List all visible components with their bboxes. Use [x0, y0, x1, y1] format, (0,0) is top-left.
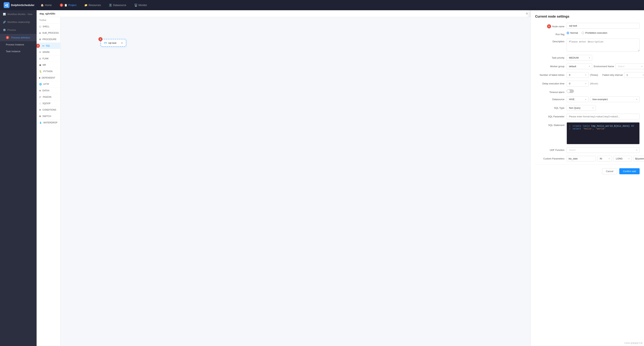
dependent-icon: ⧫	[39, 77, 40, 79]
nav-home[interactable]: 🏠 Home	[39, 3, 54, 8]
env-name-label: Environment Name	[594, 65, 614, 68]
tool-procedure[interactable]: ⊞ PROCEDURE	[36, 36, 60, 43]
nav-resources[interactable]: 📁 Resources	[82, 3, 103, 8]
tool-datax[interactable]: ⊕ DATAX	[36, 88, 60, 94]
delay-group: 0 ▾ (Minute)	[566, 81, 640, 86]
failed-retries-content: 0 ▾ (Times) Failed retry interval 1 ▾ (M…	[566, 72, 644, 78]
tool-pigeon[interactable]: 🕊 PIGEON	[36, 94, 60, 100]
waterdrop-icon: 💧	[39, 121, 42, 124]
sidebar-item-process-definition[interactable]: 2 Process definition	[0, 34, 36, 41]
run-flag-normal[interactable]: Normal	[566, 32, 578, 34]
panel-footer: Cancel Confirm add	[535, 164, 640, 174]
mr-icon: ▣	[39, 64, 41, 66]
tool-spark[interactable]: ✦ SPARK	[36, 49, 60, 56]
tool-mr[interactable]: ▣ MR	[36, 62, 60, 68]
datasource-type-value: HIVE	[569, 98, 574, 101]
ds-name-chevron: ▾	[636, 98, 637, 100]
sidebar: 📊 Workflow Monitor - hive- 🔗 Workflow re…	[0, 10, 36, 346]
dag-area: Toolbar ▢ SHELL ◈ SUB_PROCESS ⊞ PROCEDUR…	[36, 17, 530, 346]
conditions-icon: ⊗	[39, 109, 41, 111]
delay-select[interactable]: 0 ▾	[566, 81, 588, 86]
monitor-icon: 🖥️	[134, 4, 138, 7]
tool-subprocess[interactable]: ◈ SUB_PROCESS	[36, 30, 60, 36]
param-name-input[interactable]	[566, 156, 596, 161]
nav-datasource[interactable]: 🗄️ Datasource	[107, 3, 128, 8]
confirm-button[interactable]: Confirm add	[619, 168, 640, 174]
retries-chevron: ▾	[585, 74, 586, 76]
sql-param-input[interactable]	[566, 114, 640, 119]
sidebar-process[interactable]: ⚙️ Process	[0, 26, 36, 34]
worker-group-value: default	[569, 65, 576, 68]
tool-sql[interactable]: 3 🗃 SQL	[36, 43, 60, 49]
udf-content: Select ▾	[566, 147, 640, 153]
description-input[interactable]	[566, 39, 640, 52]
sidebar-item-task-instance[interactable]: Task Instance	[0, 48, 36, 55]
process-def-badge: 2	[6, 36, 9, 39]
tool-sqoop[interactable]: ◌ SQOOP	[36, 100, 60, 107]
task-priority-row: Task priority MEDIUM ▾	[535, 55, 640, 61]
timeout-alarm-label: Timeout alarm	[535, 89, 564, 94]
tool-switch[interactable]: ⊠ SWITCH	[36, 113, 60, 120]
python-icon: 🐍	[39, 70, 42, 73]
cancel-button[interactable]: Cancel	[602, 168, 617, 174]
param-dir-chevron: ▾	[609, 158, 610, 160]
sidebar-item-process-instance[interactable]: Process Instance	[0, 41, 36, 48]
pigeon-icon: 🕊	[39, 96, 41, 98]
shell-icon: ▢	[39, 25, 41, 28]
switch-icon: ⊠	[39, 115, 41, 118]
node-name-input[interactable]	[566, 23, 640, 29]
sidebar-workflow-monitor[interactable]: 📊 Workflow Monitor - hive-	[0, 10, 36, 18]
sidebar-workflow-relationship[interactable]: 🔗 Workflow relationship	[0, 18, 36, 26]
linenum-2: 2	[569, 127, 570, 130]
normal-radio[interactable]	[566, 32, 569, 34]
tool-conditions[interactable]: ⊗ CONDITIONS	[36, 107, 60, 113]
tool-waterdrop[interactable]: 💧 WATERDROP	[36, 120, 60, 126]
node-add-icon[interactable]: ⊕	[121, 42, 123, 44]
tool-dependent[interactable]: ⧫ DEPENDENT	[36, 75, 60, 81]
udf-chevron: ▾	[636, 149, 637, 151]
sql-statement-editor[interactable]: 1 create table tmp_hello_world_${biz_dat…	[566, 122, 640, 144]
sql-param-content	[566, 114, 640, 119]
sql-type-select[interactable]: Non Query ▾	[566, 105, 596, 111]
sql-tablename: tmp_hello_world_${biz_date}	[591, 125, 630, 127]
task-priority-select[interactable]: MEDIUM ▾	[566, 55, 592, 61]
canvas-area: 4 🗃 sql-task ⊕	[60, 17, 530, 346]
nav-project[interactable]: 1 📋 Project	[58, 3, 78, 8]
tool-http[interactable]: 🌐 HTTP	[36, 81, 60, 88]
worker-group-label: Worker group	[535, 64, 564, 68]
failed-interval-value: 1	[626, 74, 628, 76]
udf-select[interactable]: Select ▾	[566, 147, 640, 153]
sql-icon: 🗃	[42, 45, 44, 47]
failed-interval-select[interactable]: 1 ▾	[624, 72, 644, 78]
datasource-name-select[interactable]: hive-example1 ▾	[590, 97, 640, 102]
worker-group-chevron: ▾	[589, 65, 590, 67]
failed-retries-select[interactable]: 0 ▾	[566, 72, 588, 78]
sql-node[interactable]: 4 🗃 sql-task ⊕	[100, 39, 126, 47]
watermark: CSDN @装裱的子孙	[624, 342, 642, 344]
prohibition-radio[interactable]	[582, 32, 584, 34]
svg-rect-1	[6, 4, 8, 5]
app-title: DolphinScheduler	[11, 4, 34, 7]
copy-icon[interactable]: ⧉	[526, 12, 528, 15]
env-name-placeholder: Select	[618, 65, 624, 68]
sidebar-process-def-label: Process definition	[11, 36, 30, 39]
nav-monitor[interactable]: 🖥️ Monitor	[132, 3, 149, 8]
main-content: dag_rg2v420c ⧉ Toolbar ▢ SHELL ◈ SUB_PRO…	[36, 10, 530, 346]
sql-kw-as: AS	[630, 125, 634, 127]
worker-group-select[interactable]: default ▾	[566, 64, 592, 69]
svg-rect-2	[6, 6, 8, 7]
timeout-toggle[interactable]	[566, 89, 574, 93]
param-value-input[interactable]	[633, 156, 644, 161]
env-name-select[interactable]: Select ▾	[616, 64, 644, 69]
spark-icon: ✦	[39, 51, 41, 54]
sql-node-icon: 🗃	[104, 41, 107, 45]
tool-flink[interactable]: ◎ FLINK	[36, 56, 60, 62]
tool-python[interactable]: 🐍 PYTHON	[36, 68, 60, 75]
run-flag-prohibition[interactable]: Prohibition execution	[582, 32, 608, 34]
datasource-type-select[interactable]: HIVE ▾	[566, 97, 588, 102]
param-direction-select[interactable]: IN ▾	[597, 156, 612, 161]
prohibition-label: Prohibition execution	[585, 32, 608, 34]
node-name-label: 5 Node name	[535, 23, 564, 28]
tool-shell[interactable]: ▢ SHELL	[36, 24, 60, 30]
param-type-select[interactable]: LONG ▾	[614, 156, 632, 161]
